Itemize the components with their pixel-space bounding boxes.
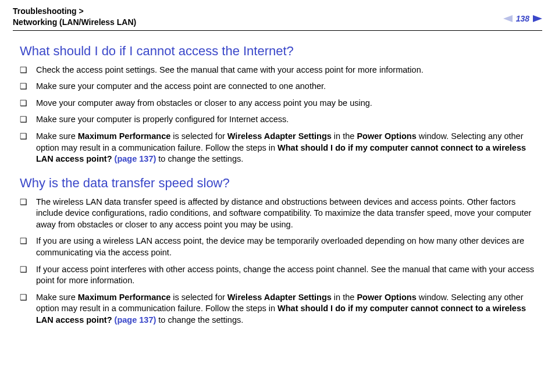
section-heading-speed: Why is the data transfer speed slow? (20, 176, 542, 191)
bold-text: Power Options (357, 293, 416, 302)
text: is selected for (170, 131, 227, 141)
bold-text: Wireless Adapter Settings (227, 293, 332, 302)
prev-page-icon[interactable] (503, 15, 513, 22)
list-item: If you are using a wireless LAN access p… (20, 236, 542, 258)
text: Make sure (36, 131, 78, 141)
page-container: Troubleshooting > Networking (LAN/Wirele… (0, 0, 555, 392)
list-item: If your access point interferes with oth… (20, 264, 542, 287)
list-item: Make sure your computer is properly conf… (20, 114, 542, 126)
text: Make sure (36, 293, 78, 302)
page-link[interactable]: (page 137) (115, 315, 156, 325)
list-item: Move your computer away from obstacles o… (20, 98, 542, 109)
bold-text: Maximum Performance (78, 131, 171, 141)
text: is selected for (170, 293, 227, 302)
list-speed: The wireless LAN data transfer speed is … (13, 197, 542, 326)
list-item: Make sure Maximum Performance is selecte… (20, 292, 542, 326)
bold-text: Power Options (357, 131, 416, 141)
breadcrumb-line2: Networking (LAN/Wireless LAN) (13, 17, 136, 27)
next-page-icon[interactable] (533, 15, 542, 22)
list-item: Make sure your computer and the access p… (20, 81, 542, 92)
text: in the (332, 131, 357, 141)
text: to change the settings. (156, 315, 243, 325)
page-number: 138 (516, 14, 529, 23)
breadcrumb-line1: Troubleshooting > (13, 6, 84, 16)
bold-text: Maximum Performance (78, 293, 171, 302)
list-item: Make sure Maximum Performance is selecte… (20, 131, 542, 165)
breadcrumb: Troubleshooting > Networking (LAN/Wirele… (13, 6, 136, 28)
list-internet: Check the access point settings. See the… (13, 65, 542, 165)
page-header: Troubleshooting > Networking (LAN/Wirele… (13, 6, 542, 31)
text: to change the settings. (156, 154, 243, 163)
pager: 138 (503, 14, 542, 23)
bold-text: Wireless Adapter Settings (227, 131, 332, 141)
section-heading-internet: What should I do if I cannot access the … (20, 44, 542, 59)
page-link[interactable]: (page 137) (115, 154, 156, 163)
text: in the (332, 293, 357, 302)
list-item: The wireless LAN data transfer speed is … (20, 197, 542, 231)
list-item: Check the access point settings. See the… (20, 65, 542, 76)
